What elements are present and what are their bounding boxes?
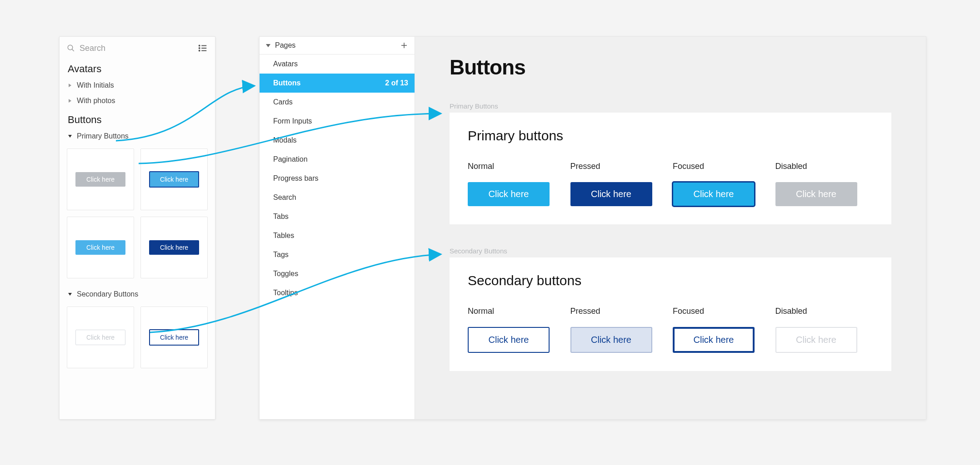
page-item-label: Toggles	[273, 270, 298, 277]
section-avatars-title: Avatars	[60, 58, 215, 78]
search-input[interactable]	[80, 44, 198, 53]
thumb-primary-pressed[interactable]: Click here	[140, 217, 208, 278]
state-pressed: Pressed Click here	[570, 307, 669, 353]
component-group-label: Secondary Buttons	[77, 290, 138, 298]
secondary-button-disabled: Click here	[775, 327, 857, 353]
thumb-primary-disabled[interactable]: Click here	[67, 148, 134, 210]
primary-button-pressed[interactable]: Click here	[570, 182, 652, 206]
page-title: Buttons	[450, 55, 891, 79]
add-page-icon[interactable]	[400, 41, 408, 49]
page-item-avatars[interactable]: Avatars	[260, 54, 415, 74]
page-item-label: Avatars	[273, 60, 298, 68]
frame-heading: Secondary buttons	[468, 273, 873, 288]
state-label: Disabled	[775, 307, 874, 316]
thumb-primary-focused[interactable]: Click here	[140, 148, 208, 210]
secondary-thumbnails: Click here Click here	[60, 302, 215, 376]
secondary-button-focused[interactable]: Click here	[673, 327, 755, 353]
primary-button-disabled: Click here	[775, 182, 857, 206]
page-item-label: Cards	[273, 98, 293, 106]
thumb-secondary-focused[interactable]: Click here	[140, 307, 208, 368]
mini-button: Click here	[75, 172, 125, 187]
svg-point-0	[68, 45, 73, 50]
state-label: Normal	[468, 162, 566, 171]
primary-thumbnails: Click here Click here Click here Click h…	[60, 144, 215, 287]
state-normal: Normal Click here	[468, 307, 566, 353]
component-group-secondary-buttons[interactable]: Secondary Buttons	[60, 287, 215, 302]
page-item-label: Tabs	[273, 213, 289, 220]
mini-button: Click here	[75, 240, 125, 255]
svg-point-2	[199, 45, 200, 46]
page-item-search[interactable]: Search	[260, 188, 415, 207]
page-item-label: Form Inputs	[273, 117, 312, 125]
primary-button-normal[interactable]: Click here	[468, 182, 550, 206]
canvas[interactable]: Buttons Primary Buttons Primary buttons …	[415, 37, 926, 419]
page-item-count: 2 of 13	[385, 79, 408, 87]
state-normal: Normal Click here	[468, 162, 566, 206]
components-search-row	[60, 37, 215, 58]
mini-button: Click here	[75, 330, 125, 345]
page-item-tags[interactable]: Tags	[260, 245, 415, 264]
state-disabled: Disabled Click here	[775, 162, 874, 206]
component-group-label: Primary Buttons	[77, 132, 129, 140]
page-item-modals[interactable]: Modals	[260, 131, 415, 150]
svg-marker-11	[68, 293, 72, 296]
page-item-label: Progress bars	[273, 174, 319, 182]
svg-marker-9	[69, 99, 71, 103]
mini-button: Click here	[149, 329, 199, 346]
mini-button: Click here	[149, 240, 199, 255]
page-item-label: Tables	[273, 232, 294, 239]
state-label: Focused	[673, 307, 771, 316]
svg-point-4	[199, 50, 200, 51]
frame-heading: Primary buttons	[468, 128, 873, 143]
page-item-label: Modals	[273, 136, 297, 144]
state-disabled: Disabled Click here	[775, 307, 874, 353]
page-item-tooltips[interactable]: Tooltips	[260, 283, 415, 302]
thumb-primary-normal[interactable]: Click here	[67, 217, 134, 278]
pages-header[interactable]: Pages	[260, 37, 415, 54]
list-icon[interactable]	[198, 43, 208, 53]
main-panel: Pages Avatars Buttons 2 of 13 Cards Form…	[259, 36, 926, 420]
page-item-cards[interactable]: Cards	[260, 93, 415, 112]
search-icon	[67, 44, 75, 52]
page-item-pagination[interactable]: Pagination	[260, 150, 415, 169]
component-group-primary-buttons[interactable]: Primary Buttons	[60, 129, 215, 144]
state-label: Focused	[673, 162, 771, 171]
chevron-down-icon	[266, 44, 270, 47]
state-pressed: Pressed Click here	[570, 162, 669, 206]
page-item-label: Buttons	[273, 79, 300, 87]
svg-point-3	[199, 48, 200, 49]
page-item-form-inputs[interactable]: Form Inputs	[260, 112, 415, 131]
page-item-label: Pagination	[273, 155, 308, 163]
page-item-toggles[interactable]: Toggles	[260, 264, 415, 283]
frame-label-primary: Primary Buttons	[450, 102, 891, 110]
page-item-label: Search	[273, 193, 296, 201]
page-item-tables[interactable]: Tables	[260, 226, 415, 245]
state-label: Disabled	[775, 162, 874, 171]
svg-marker-10	[68, 135, 72, 138]
state-focused: Focused Click here	[673, 162, 771, 206]
page-item-label: Tags	[273, 251, 289, 258]
secondary-button-normal[interactable]: Click here	[468, 327, 550, 353]
primary-button-focused[interactable]: Click here	[673, 182, 755, 206]
frame-label-secondary: Secondary Buttons	[450, 247, 891, 255]
pages-pane: Pages Avatars Buttons 2 of 13 Cards Form…	[260, 37, 415, 419]
state-label: Pressed	[570, 162, 669, 171]
section-buttons-title: Buttons	[60, 109, 215, 129]
thumb-secondary-disabled[interactable]: Click here	[67, 307, 134, 368]
secondary-button-pressed[interactable]: Click here	[570, 327, 652, 353]
svg-marker-8	[69, 84, 71, 87]
state-focused: Focused Click here	[673, 307, 771, 353]
svg-line-1	[72, 49, 74, 51]
page-item-progress-bars[interactable]: Progress bars	[260, 169, 415, 188]
page-item-buttons[interactable]: Buttons 2 of 13	[260, 74, 415, 93]
mini-button: Click here	[149, 171, 199, 188]
component-item-with-initials[interactable]: With Initials	[60, 78, 215, 93]
pages-header-label: Pages	[275, 41, 295, 49]
page-item-label: Tooltips	[273, 289, 298, 297]
component-item-label: With photos	[77, 97, 115, 105]
frame-primary-buttons[interactable]: Primary buttons Normal Click here Presse…	[450, 113, 891, 224]
page-item-tabs[interactable]: Tabs	[260, 207, 415, 226]
frame-secondary-buttons[interactable]: Secondary buttons Normal Click here Pres…	[450, 257, 891, 371]
component-item-label: With Initials	[77, 81, 114, 89]
component-item-with-photos[interactable]: With photos	[60, 93, 215, 109]
